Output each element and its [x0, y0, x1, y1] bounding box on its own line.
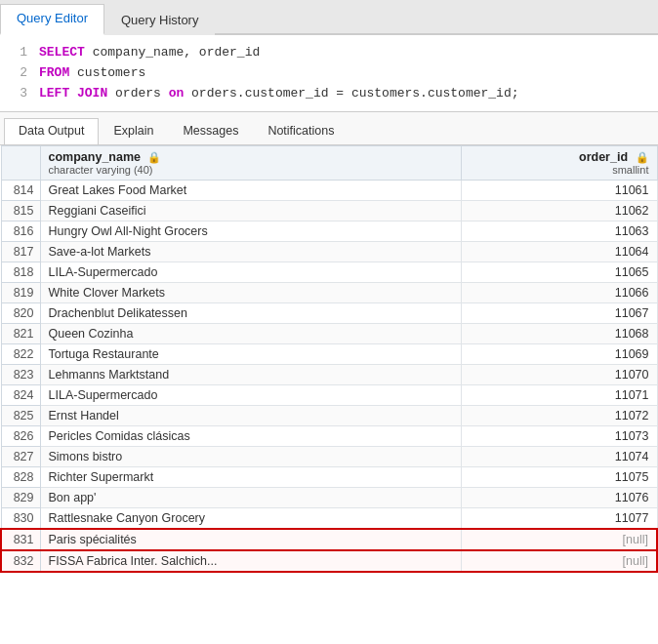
col-header-order-id: order_id 🔒 smallint: [461, 146, 657, 181]
line-number-2: 2: [12, 63, 27, 84]
cell-order-id: 11062: [461, 201, 657, 221]
row-number: 830: [1, 508, 40, 530]
line-number-3: 3: [12, 84, 27, 104]
col-header-rownum: [1, 146, 40, 181]
row-number: 828: [1, 467, 40, 488]
code-content-2: FROM customers: [39, 63, 145, 84]
cell-company-name: Pericles Comidas clásicas: [40, 426, 461, 447]
cell-order-id: 11061: [461, 181, 657, 201]
keyword-from: FROM: [39, 65, 69, 80]
line-number-1: 1: [12, 43, 27, 63]
row-number: 826: [1, 426, 40, 447]
cell-order-id: 11066: [461, 283, 657, 303]
row-number: 816: [1, 221, 40, 242]
code-content-1: SELECT company_name, order_id: [39, 43, 260, 63]
results-table: company_name 🔒 character varying (40) or…: [0, 145, 658, 573]
row-number: 827: [1, 447, 40, 467]
keyword-on: on: [169, 86, 185, 101]
cell-company-name: Rattlesnake Canyon Grocery: [40, 508, 461, 530]
code-join-table: orders: [115, 86, 169, 101]
row-number: 825: [1, 406, 40, 426]
tab-notifications[interactable]: Notifications: [253, 118, 349, 144]
cell-order-id: [null]: [461, 529, 657, 550]
row-number: 818: [1, 262, 40, 283]
cell-company-name: Tortuga Restaurante: [40, 344, 461, 365]
cell-order-id: 11068: [461, 324, 657, 344]
code-from-table: customers: [77, 65, 145, 80]
main-tabs: Query Editor Query History: [0, 0, 658, 35]
row-number: 824: [1, 385, 40, 406]
cell-order-id: 11069: [461, 344, 657, 365]
null-value: [null]: [623, 533, 648, 546]
cell-company-name: White Clover Markets: [40, 283, 461, 303]
row-number: 831: [1, 529, 40, 550]
code-line-1: 1 SELECT company_name, order_id: [12, 43, 646, 63]
cell-order-id: 11065: [461, 262, 657, 283]
code-join-condition: orders.customer_id = customers.customer_…: [191, 86, 518, 101]
query-editor-panel: 1 SELECT company_name, order_id 2 FROM c…: [0, 35, 658, 112]
cell-company-name: Great Lakes Food Market: [40, 181, 461, 201]
row-number: 814: [1, 181, 40, 201]
cell-company-name: LILA-Supermercado: [40, 385, 461, 406]
cell-order-id: 11075: [461, 467, 657, 488]
cell-order-id: 11067: [461, 303, 657, 324]
tab-explain[interactable]: Explain: [99, 118, 168, 144]
cell-order-id: 11073: [461, 426, 657, 447]
cell-company-name: Queen Cozinha: [40, 324, 461, 344]
row-number: 815: [1, 201, 40, 221]
code-line-2: 2 FROM customers: [12, 63, 646, 84]
cell-company-name: Simons bistro: [40, 447, 461, 467]
row-number: 821: [1, 324, 40, 344]
cell-order-id: [null]: [461, 550, 657, 572]
tab-query-editor[interactable]: Query Editor: [0, 4, 104, 35]
result-tabs-bar: Data Output Explain Messages Notificatio…: [0, 112, 658, 145]
cell-company-name: Save-a-lot Markets: [40, 242, 461, 262]
keyword-select: SELECT: [39, 45, 85, 60]
cell-order-id: 11070: [461, 365, 657, 385]
cell-company-name: Lehmanns Marktstand: [40, 365, 461, 385]
code-select-fields: company_name, order_id: [93, 45, 261, 60]
data-output-panel: company_name 🔒 character varying (40) or…: [0, 145, 658, 644]
row-number: 829: [1, 488, 40, 508]
cell-company-name: Drachenblut Delikatessen: [40, 303, 461, 324]
cell-order-id: 11064: [461, 242, 657, 262]
cell-order-id: 11076: [461, 488, 657, 508]
cell-company-name: Richter Supermarkt: [40, 467, 461, 488]
cell-order-id: 11077: [461, 508, 657, 530]
row-number: 819: [1, 283, 40, 303]
lock-icon-order: 🔒: [636, 151, 649, 163]
cell-order-id: 11072: [461, 406, 657, 426]
row-number: 823: [1, 365, 40, 385]
cell-company-name: LILA-Supermercado: [40, 262, 461, 283]
row-number: 817: [1, 242, 40, 262]
cell-order-id: 11074: [461, 447, 657, 467]
null-value: [null]: [623, 554, 648, 568]
tab-messages[interactable]: Messages: [168, 118, 253, 144]
cell-company-name: Hungry Owl All-Night Grocers: [40, 221, 461, 242]
row-number: 832: [1, 550, 40, 572]
row-number: 822: [1, 344, 40, 365]
lock-icon-company: 🔒: [147, 151, 161, 163]
code-content-3: LEFT JOIN orders on orders.customer_id =…: [39, 84, 519, 104]
cell-company-name: Ernst Handel: [40, 406, 461, 426]
code-line-3: 3 LEFT JOIN orders on orders.customer_id…: [12, 84, 646, 104]
keyword-left-join: LEFT JOIN: [39, 86, 107, 101]
cell-company-name: Paris spécialités: [40, 529, 461, 550]
row-number: 820: [1, 303, 40, 324]
cell-company-name: Reggiani Caseifici: [40, 201, 461, 221]
col-header-company-name: company_name 🔒 character varying (40): [40, 146, 461, 181]
tab-query-history[interactable]: Query History: [104, 6, 215, 35]
tab-data-output[interactable]: Data Output: [4, 118, 99, 144]
cell-order-id: 11063: [461, 221, 657, 242]
cell-order-id: 11071: [461, 385, 657, 406]
cell-company-name: Bon app': [40, 488, 461, 508]
cell-company-name: FISSA Fabrica Inter. Salchich...: [40, 550, 461, 572]
